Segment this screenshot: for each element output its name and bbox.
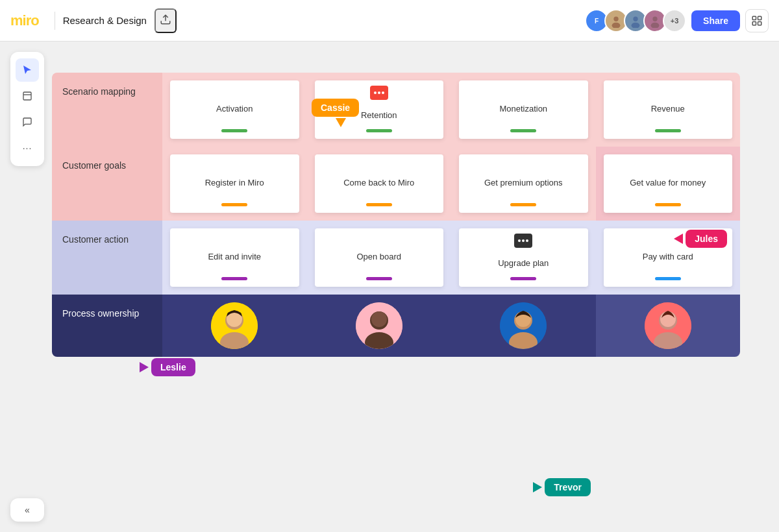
topbar-right: F +3 Share	[585, 9, 769, 32]
sticky-comeback[interactable]: Come back to Miro	[315, 154, 444, 213]
avatar-process-2	[356, 302, 402, 349]
cell-goals-1[interactable]: Register in Miro	[162, 147, 307, 221]
board-container: Scenario mapping Activation	[52, 73, 740, 493]
cell-process-2	[307, 295, 452, 357]
sticky-edit[interactable]: Edit and invite	[170, 228, 299, 287]
note-tool[interactable]	[16, 84, 39, 108]
leslie-cursor: Leslie	[140, 358, 195, 376]
sticky-premium-text: Get premium options	[484, 169, 563, 198]
more-tools[interactable]: ···	[16, 136, 39, 160]
cell-goals-3[interactable]: Get premium options	[451, 147, 596, 221]
sticky-upgrade[interactable]: Upgrade plan	[459, 228, 588, 287]
sticky-upgrade-text: Upgrade plan	[498, 256, 549, 272]
svg-rect-13	[752, 21, 756, 25]
sticky-upgrade-bar	[510, 277, 536, 280]
sticky-monetization-bar	[510, 129, 536, 132]
sticky-edit-text: Edit and invite	[208, 243, 261, 272]
cell-scenario-3[interactable]: Monetization	[451, 73, 596, 147]
sticky-register-text: Register in Miro	[205, 169, 264, 198]
sticky-comeback-bar	[366, 203, 392, 206]
divider	[55, 12, 55, 30]
cassie-cursor: Cassie	[312, 99, 359, 127]
sticky-activation[interactable]: Activation	[170, 80, 299, 139]
sticky-activation-bar	[221, 129, 247, 132]
cell-action-1[interactable]: Edit and invite	[162, 221, 307, 295]
cassie-arrow	[336, 118, 346, 127]
sticky-comeback-text: Come back to Miro	[343, 169, 414, 198]
sticky-retention-bar	[366, 129, 392, 132]
comment-tool[interactable]	[16, 110, 39, 134]
svg-rect-15	[23, 92, 31, 100]
cell-process-3	[451, 295, 596, 357]
jules-cursor: Jules	[674, 230, 727, 248]
svg-rect-12	[758, 16, 761, 19]
sticky-openboard[interactable]: Open board	[315, 228, 444, 287]
svg-point-24	[371, 311, 387, 327]
svg-point-6	[633, 16, 637, 21]
row-label-process: Process ownership	[52, 295, 162, 357]
upload-button[interactable]	[155, 8, 177, 33]
jules-arrow	[674, 234, 683, 244]
sticky-activation-text: Activation	[216, 95, 253, 124]
sticky-monetization[interactable]: Monetization	[459, 80, 588, 139]
miro-logo: miro	[10, 12, 39, 29]
sticky-premium-bar	[510, 203, 536, 206]
chat-icon-red	[370, 86, 388, 100]
sticky-openboard-text: Open board	[356, 243, 401, 272]
row-label-scenario: Scenario mapping	[52, 73, 162, 147]
sticky-value-text: Get value for money	[630, 169, 706, 198]
cell-process-4	[596, 295, 741, 357]
avatar-plus: +3	[663, 9, 686, 32]
svg-text:F: F	[595, 17, 599, 24]
svg-rect-14	[758, 21, 761, 25]
leslie-label: Leslie	[151, 358, 195, 376]
sticky-retention-text: Retention	[361, 108, 397, 124]
svg-rect-11	[752, 16, 756, 19]
svg-point-3	[613, 16, 618, 21]
jules-label: Jules	[686, 230, 727, 248]
cell-goals-2[interactable]: Come back to Miro	[307, 147, 452, 221]
cell-process-1	[162, 295, 307, 357]
sticky-openboard-bar	[366, 277, 392, 280]
chevron-left-icon: «	[25, 505, 30, 515]
sticky-value-bar	[655, 203, 681, 206]
avatar-process-4	[645, 302, 691, 349]
sticky-monetization-text: Monetization	[499, 95, 547, 124]
menu-button[interactable]	[745, 9, 769, 32]
sticky-revenue-bar	[655, 129, 681, 132]
svg-point-9	[652, 16, 657, 21]
avatar-process-1	[211, 302, 258, 349]
collapse-sidebar[interactable]: «	[10, 498, 44, 522]
cursor-tool[interactable]	[16, 58, 39, 82]
sticky-premium[interactable]: Get premium options	[459, 154, 588, 213]
cell-action-3[interactable]: Upgrade plan	[451, 221, 596, 295]
sticky-register-bar	[221, 203, 247, 206]
row-label-goals: Customer goals	[52, 147, 162, 221]
board-table: Scenario mapping Activation	[52, 73, 740, 357]
cell-action-2[interactable]: Open board	[307, 221, 452, 295]
sticky-pay-bar	[655, 277, 681, 280]
share-button[interactable]: Share	[691, 10, 740, 31]
sticky-edit-bar	[221, 277, 247, 280]
topbar: miro Research & Design F +3 Share	[0, 0, 779, 42]
canvas: Cassie Jules Leslie Trevor Scenario mapp…	[0, 42, 779, 532]
left-toolbar: ···	[10, 52, 44, 166]
chat-icon-black	[514, 234, 532, 248]
cell-scenario-1[interactable]: Activation	[162, 73, 307, 147]
leslie-arrow	[140, 362, 149, 372]
board-title: Research & Design	[63, 15, 147, 26]
trevor-cursor: Trevor	[533, 478, 591, 496]
cell-scenario-4[interactable]: Revenue	[596, 73, 741, 147]
sticky-revenue-text: Revenue	[651, 95, 685, 124]
avatar-group: F +3	[585, 9, 686, 32]
avatar-process-3	[500, 302, 547, 349]
sticky-value[interactable]: Get value for money	[604, 154, 733, 213]
sticky-revenue[interactable]: Revenue	[604, 80, 733, 139]
row-label-action: Customer action	[52, 221, 162, 295]
cell-goals-4[interactable]: Get value for money	[596, 147, 741, 221]
trevor-arrow	[533, 482, 542, 492]
trevor-label: Trevor	[545, 478, 591, 496]
sticky-register[interactable]: Register in Miro	[170, 154, 299, 213]
cassie-label: Cassie	[312, 99, 359, 117]
